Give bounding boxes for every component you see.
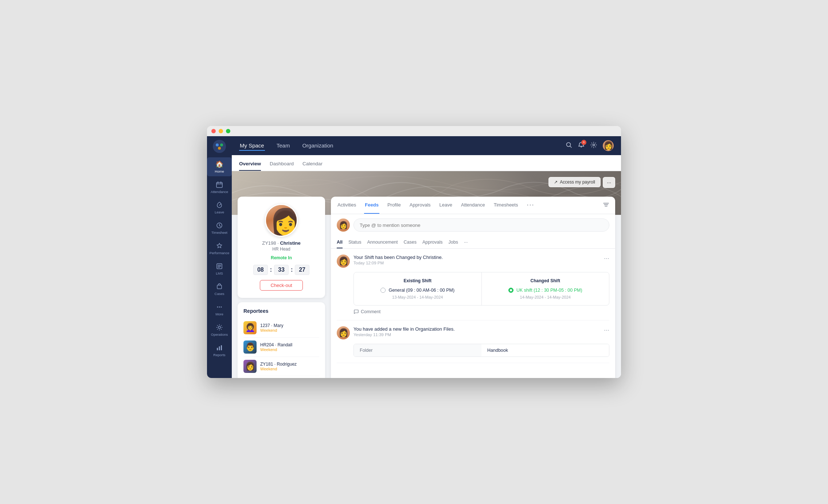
subnav-item-overview[interactable]: Overview [239, 161, 261, 171]
topnav-item-organization[interactable]: Organization [301, 141, 334, 151]
feed-item-1-time: Today 12:09 PM [354, 261, 600, 265]
profile-photo [265, 204, 298, 237]
feed-item-2-avatar: 👩 [337, 326, 350, 339]
sidebar-item-lms-label: LMS [216, 271, 223, 275]
tab-attendance[interactable]: Attendance [460, 197, 486, 214]
subnav-item-calendar[interactable]: Calendar [302, 161, 323, 171]
sidebar-item-performance[interactable]: Performance [207, 239, 232, 258]
existing-shift-label: Existing Shift [360, 278, 476, 283]
sidebar-item-home[interactable]: 🏠 Home [207, 157, 232, 176]
time-sep-2: : [291, 267, 293, 273]
tab-feeds[interactable]: Feeds [364, 197, 379, 214]
sidebar-item-reports[interactable]: Reports [207, 341, 232, 360]
time-seconds: 27 [295, 265, 309, 275]
changed-shift-name: UK shift (12 : 30 PM-05 : 00 PM) [516, 288, 582, 293]
file-col1-header: Folder [354, 344, 481, 357]
comment-action[interactable]: Comment [354, 309, 609, 314]
home-icon: 🏠 [215, 160, 223, 168]
reportee-status-mary: Weekend [260, 328, 319, 332]
access-payroll-button[interactable]: ↗ Access my payroll [548, 177, 601, 187]
svg-point-17 [217, 307, 218, 308]
operations-icon [215, 323, 223, 331]
reportee-name-rodriguez: ZY181 · Rodriguez [260, 362, 319, 367]
subnav-item-dashboard[interactable]: Dashboard [270, 161, 294, 171]
tab-approvals[interactable]: Approvals [409, 197, 431, 214]
filter-tab-status[interactable]: Status [348, 240, 361, 248]
feed-item-1-header: 👩 Your Shift has been Changed by Christi… [337, 255, 609, 268]
filter-tab-jobs[interactable]: Jobs [449, 240, 458, 248]
feed-item-shift-change: 👩 Your Shift has been Changed by Christi… [337, 249, 609, 320]
left-panel: ZY198 · Christine HR Head Remote In 08 :… [238, 215, 325, 378]
svg-line-25 [570, 146, 571, 147]
right-panel: Activities Feeds Profile Approvals Leave… [331, 197, 615, 378]
reportee-emoji-randall: 👨 [243, 340, 257, 354]
tab-profile[interactable]: Profile [387, 197, 402, 214]
feed-item-1-title: Your Shift has been Changed by Christine… [354, 255, 600, 260]
settings-button[interactable] [590, 142, 597, 150]
sidebar-item-timesheet[interactable]: Timesheet [207, 218, 232, 237]
comment-label: Comment [361, 309, 380, 314]
notifications-button[interactable]: 6 [578, 142, 585, 150]
reportee-info-randall: HR204 · Randall Weekend [260, 342, 319, 352]
topnav-item-myspace[interactable]: My Space [239, 141, 265, 151]
reportee-emoji-mary: 👩‍🦱 [243, 321, 257, 334]
sidebar-item-performance-label: Performance [210, 251, 229, 255]
svg-point-2 [220, 143, 223, 146]
time-sep-1: : [270, 267, 272, 273]
app-logo[interactable] [213, 140, 226, 153]
sidebar-item-operations[interactable]: Operations [207, 320, 232, 339]
reports-icon [215, 344, 223, 352]
tab-more[interactable]: ··· [526, 197, 535, 214]
reportee-name-mary: 1237 · Mary [260, 323, 319, 328]
existing-shift-col: Existing Shift General (09 : 00 AM-06 : … [354, 272, 482, 305]
svg-point-18 [219, 307, 220, 308]
sidebar-item-lms[interactable]: LMS [207, 259, 232, 278]
close-button[interactable] [211, 129, 216, 133]
search-button[interactable] [566, 142, 572, 150]
sidebar-item-more[interactable]: More [207, 300, 232, 319]
lms-icon [215, 262, 223, 270]
minimize-button[interactable] [219, 129, 223, 133]
sidebar-item-cases[interactable]: Cases [207, 280, 232, 299]
feed-mention-input[interactable] [354, 218, 609, 232]
leave-icon [215, 201, 223, 209]
filter-icon[interactable] [603, 203, 609, 209]
svg-point-3 [218, 147, 221, 150]
user-avatar[interactable]: 👩 [603, 140, 614, 151]
filter-tab-more[interactable]: ··· [464, 240, 468, 248]
file-table-header-row: Folder Handbook [354, 344, 609, 357]
checkout-button[interactable]: Check-out [260, 280, 302, 291]
feed-item-1-more-button[interactable]: ··· [604, 255, 609, 262]
reportee-item-randall: 👨 HR204 · Randall Weekend [243, 338, 319, 357]
reportee-name-randall: HR204 · Randall [260, 342, 319, 347]
attendance-icon [215, 181, 223, 189]
feed-item-2-time: Yesterday 11:39 PM [354, 332, 600, 337]
tab-timesheets[interactable]: Timesheets [493, 197, 519, 214]
filter-tab-approvals[interactable]: Approvals [422, 240, 443, 248]
sidebar-item-attendance-label: Attendance [211, 190, 228, 194]
reportee-item-mary: 👩‍🦱 1237 · Mary Weekend [243, 318, 319, 338]
filter-tab-all[interactable]: All [337, 240, 343, 248]
performance-icon [215, 242, 223, 250]
employee-id: ZY198 [262, 240, 276, 246]
sidebar-item-reports-label: Reports [213, 353, 225, 357]
filter-tab-announcement[interactable]: Announcement [367, 240, 398, 248]
tab-activities[interactable]: Activities [337, 197, 357, 214]
feed-item-1-text: Your Shift has been Changed by Christine… [354, 255, 600, 265]
sidebar-item-leave[interactable]: Leave [207, 198, 232, 217]
sidebar-item-attendance[interactable]: Attendance [207, 178, 232, 197]
maximize-button[interactable] [226, 129, 230, 133]
feed-item-2-text: You have added a new file in Organizatio… [354, 326, 600, 337]
sub-navigation: Overview Dashboard Calendar [232, 155, 621, 171]
hero-more-button[interactable]: ··· [603, 177, 615, 188]
time-minutes: 33 [274, 265, 289, 275]
topnav-item-team[interactable]: Team [276, 141, 291, 151]
feed-item-2-more-button[interactable]: ··· [604, 326, 609, 334]
filter-tab-cases[interactable]: Cases [404, 240, 417, 248]
more-icon [215, 303, 223, 311]
svg-line-11 [219, 225, 220, 227]
svg-point-19 [221, 307, 222, 308]
notification-count: 6 [581, 140, 586, 145]
svg-point-0 [213, 140, 226, 153]
tab-leave[interactable]: Leave [439, 197, 453, 214]
